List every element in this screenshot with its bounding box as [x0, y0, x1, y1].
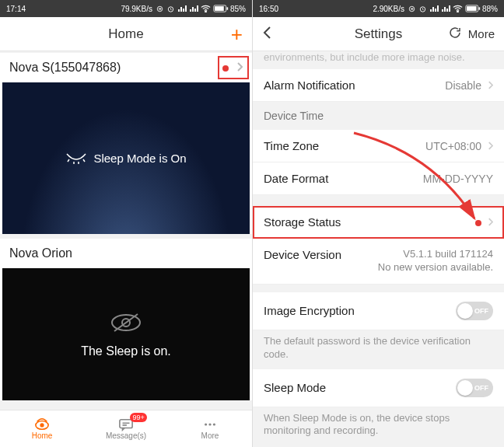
svg-point-17 — [457, 11, 459, 12]
top-nav: Home + — [0, 17, 252, 51]
svg-rect-11 — [120, 420, 132, 428]
svg-point-10 — [40, 424, 44, 427]
top-nav: Settings More — [253, 17, 504, 51]
row-storage-status[interactable]: Storage Status — [253, 206, 504, 239]
toggle-off[interactable]: OFF — [456, 302, 493, 320]
settings-list: environments, but include more image noi… — [253, 51, 504, 447]
status-bar: 17:14 79.9KB/s 85% — [0, 0, 252, 17]
svg-point-13 — [208, 423, 211, 425]
badge: 99+ — [130, 413, 146, 422]
chevron-right-icon — [488, 139, 493, 152]
chevron-right-icon — [488, 215, 493, 229]
status-time: 17:14 — [6, 5, 26, 13]
more-button[interactable]: More — [468, 27, 495, 40]
settings-screen: 16:50 2.90KB/s 88% Settings More — [252, 0, 504, 447]
device-list: Nova S(155047868) Sleep Mode is On Nova … — [0, 51, 252, 410]
chevron-right-icon — [488, 79, 493, 92]
refresh-button[interactable] — [448, 26, 462, 43]
toggle-off[interactable]: OFF — [456, 379, 493, 397]
row-device-version[interactable]: Device Version V5.1.1 build 171124 No ne… — [253, 239, 504, 285]
back-button[interactable] — [262, 26, 271, 43]
row-image-encryption[interactable]: Image Encryption OFF — [253, 292, 504, 330]
page-title: Settings — [303, 26, 454, 42]
status-net: 2.90KB/s — [373, 5, 404, 13]
svg-rect-4 — [215, 6, 224, 11]
row-sleep-mode[interactable]: Sleep Mode OFF — [253, 369, 504, 407]
status-icons: 88% — [408, 5, 498, 13]
status-bar: 16:50 2.90KB/s 88% — [253, 0, 504, 17]
device-header[interactable]: Nova S(155047868) — [0, 53, 252, 82]
bottom-nav: Home 99+ Message(s) More — [0, 410, 252, 447]
sleep-note: When Sleep Mode is on, the device stops … — [253, 407, 504, 446]
status-time: 16:50 — [259, 5, 278, 13]
battery-icon: 88% — [465, 5, 498, 13]
status-net: 79.9KB/s — [121, 5, 152, 13]
tab-messages[interactable]: 99+ Message(s) — [84, 410, 168, 447]
device-card[interactable]: Nova Orion The Sleep is on. — [0, 239, 252, 400]
sleep-text: The Sleep is on. — [81, 344, 171, 358]
svg-point-2 — [205, 11, 207, 12]
device-thumbnail[interactable]: The Sleep is on. — [2, 268, 250, 400]
device-name: Nova Orion — [9, 246, 72, 260]
device-name: Nova S(155047868) — [9, 61, 121, 75]
svg-rect-20 — [478, 7, 480, 9]
tab-home[interactable]: Home — [0, 410, 84, 447]
row-date-format[interactable]: Date Format MM-DD-YYYY — [253, 162, 504, 195]
sleep-icon — [65, 152, 87, 165]
highlight-box — [218, 56, 249, 79]
home-screen: 17:14 79.9KB/s 85% Home + Nova S(1550478… — [0, 0, 252, 447]
row-alarm-notification[interactable]: Alarm Notification Disable — [253, 69, 504, 102]
svg-rect-19 — [467, 6, 477, 11]
device-card[interactable]: Nova S(155047868) Sleep Mode is On — [0, 53, 252, 234]
encryption-note: The default password is the device verif… — [253, 330, 504, 369]
svg-point-14 — [213, 423, 215, 425]
svg-rect-5 — [226, 7, 228, 9]
sleep-text: Sleep Mode is On — [93, 152, 186, 165]
device-thumbnail[interactable]: Sleep Mode is On — [2, 82, 250, 234]
page-title: Home — [50, 26, 202, 42]
alert-dot-icon — [475, 220, 481, 226]
sleep-icon — [108, 311, 144, 337]
device-header[interactable]: Nova Orion — [0, 239, 252, 268]
svg-point-12 — [205, 423, 207, 425]
truncated-text: environments, but include more image noi… — [253, 51, 504, 69]
status-icons: 85% — [156, 5, 246, 13]
section-device-time: Device Time — [253, 102, 504, 130]
battery-icon: 85% — [213, 5, 246, 13]
tab-more[interactable]: More — [168, 410, 252, 447]
row-timezone[interactable]: Time Zone UTC+08:00 — [253, 130, 504, 162]
add-device-button[interactable]: + — [231, 24, 243, 44]
